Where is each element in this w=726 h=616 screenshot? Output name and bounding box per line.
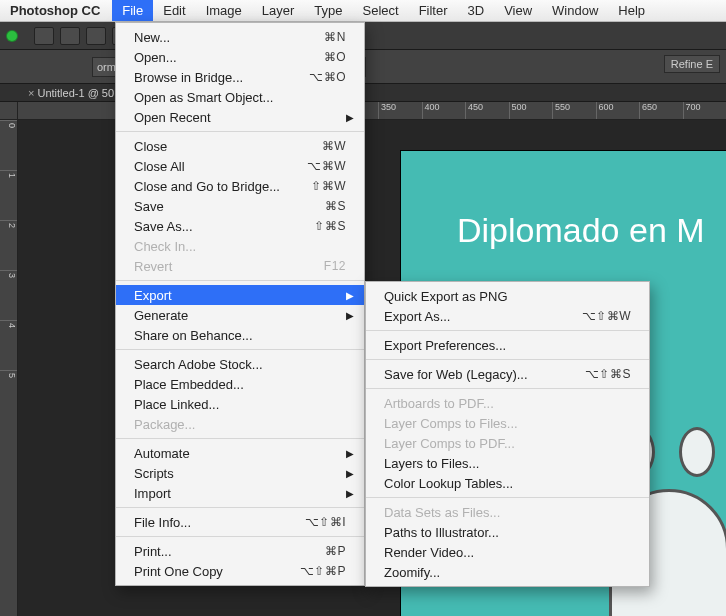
menu-item-label: Automate [134, 446, 346, 461]
file-menu-new[interactable]: New...⌘N [116, 27, 364, 47]
menu-3d[interactable]: 3D [458, 0, 495, 21]
export-menu-layers-to-files[interactable]: Layers to Files... [366, 453, 649, 473]
file-menu-place-linked[interactable]: Place Linked... [116, 394, 364, 414]
export-menu-export-preferences[interactable]: Export Preferences... [366, 335, 649, 355]
export-menu-save-for-web-legacy[interactable]: Save for Web (Legacy)...⌥⇧⌘S [366, 364, 649, 384]
shortcut: ⌥⇧⌘I [305, 515, 346, 529]
menu-layer[interactable]: Layer [252, 0, 305, 21]
ruler-vertical: 012345 [0, 120, 18, 616]
tool-icon[interactable] [60, 27, 80, 45]
system-menubar: Photoshop CC FileEditImageLayerTypeSelec… [0, 0, 726, 22]
shortcut: ⌘N [324, 30, 346, 44]
app-name: Photoshop CC [0, 3, 112, 18]
shortcut: ⌘P [325, 544, 346, 558]
file-menu-place-embedded[interactable]: Place Embedded... [116, 374, 364, 394]
menu-item-label: Generate [134, 308, 346, 323]
file-menu-close-all[interactable]: Close All⌥⌘W [116, 156, 364, 176]
menu-item-label: Export As... [384, 309, 582, 324]
menu-item-label: Save [134, 199, 325, 214]
artwork-headline: Diplomado en M [457, 211, 726, 250]
ruler-corner [0, 102, 18, 120]
menu-item-label: Quick Export as PNG [384, 289, 631, 304]
file-menu-print[interactable]: Print...⌘P [116, 541, 364, 561]
document-tab[interactable]: × Untitled-1 @ 50 [20, 87, 114, 99]
file-menu-check-in: Check In... [116, 236, 364, 256]
menu-item-label: Place Linked... [134, 397, 346, 412]
menu-item-label: Open as Smart Object... [134, 90, 346, 105]
menu-item-label: Zoomify... [384, 565, 631, 580]
menu-item-label: Open Recent [134, 110, 346, 125]
export-menu-render-video[interactable]: Render Video... [366, 542, 649, 562]
file-menu-dropdown[interactable]: New...⌘NOpen...⌘OBrowse in Bridge...⌥⌘OO… [115, 22, 365, 586]
submenu-arrow-icon: ▶ [346, 468, 354, 479]
file-menu-open-recent[interactable]: Open Recent▶ [116, 107, 364, 127]
menu-view[interactable]: View [494, 0, 542, 21]
export-menu-layer-comps-to-pdf: Layer Comps to PDF... [366, 433, 649, 453]
menu-edit[interactable]: Edit [153, 0, 195, 21]
file-menu-revert: RevertF12 [116, 256, 364, 276]
file-menu-close-and-go-to-bridge[interactable]: Close and Go to Bridge...⇧⌘W [116, 176, 364, 196]
submenu-arrow-icon: ▶ [346, 112, 354, 123]
export-menu-zoomify[interactable]: Zoomify... [366, 562, 649, 582]
menu-item-label: Place Embedded... [134, 377, 346, 392]
file-menu-package: Package... [116, 414, 364, 434]
tab-title: Untitled-1 @ 50 [38, 87, 115, 99]
menu-help[interactable]: Help [608, 0, 655, 21]
file-menu-save-as[interactable]: Save As...⇧⌘S [116, 216, 364, 236]
file-menu-print-one-copy[interactable]: Print One Copy⌥⇧⌘P [116, 561, 364, 581]
file-menu-save[interactable]: Save⌘S [116, 196, 364, 216]
menu-item-label: Import [134, 486, 346, 501]
file-menu-close[interactable]: Close⌘W [116, 136, 364, 156]
file-menu-export[interactable]: Export▶ [116, 285, 364, 305]
close-icon[interactable]: × [28, 87, 34, 99]
menu-window[interactable]: Window [542, 0, 608, 21]
menu-item-label: File Info... [134, 515, 305, 530]
export-menu-data-sets-as-files: Data Sets as Files... [366, 502, 649, 522]
submenu-arrow-icon: ▶ [346, 448, 354, 459]
refine-edge-button[interactable]: Refine E [664, 55, 720, 73]
submenu-arrow-icon: ▶ [346, 488, 354, 499]
menu-item-label: Render Video... [384, 545, 631, 560]
file-menu-automate[interactable]: Automate▶ [116, 443, 364, 463]
file-menu-scripts[interactable]: Scripts▶ [116, 463, 364, 483]
export-menu-color-lookup-tables[interactable]: Color Lookup Tables... [366, 473, 649, 493]
shortcut: ⌥⌘W [307, 159, 346, 173]
menu-item-label: Share on Behance... [134, 328, 346, 343]
menu-item-label: Export Preferences... [384, 338, 631, 353]
shortcut: ⌘S [325, 199, 346, 213]
file-menu-file-info[interactable]: File Info...⌥⇧⌘I [116, 512, 364, 532]
file-menu-open[interactable]: Open...⌘O [116, 47, 364, 67]
file-menu-import[interactable]: Import▶ [116, 483, 364, 503]
menu-item-label: Layer Comps to Files... [384, 416, 631, 431]
menu-item-label: Revert [134, 259, 324, 274]
file-menu-generate[interactable]: Generate▶ [116, 305, 364, 325]
export-menu-export-as[interactable]: Export As...⌥⇧⌘W [366, 306, 649, 326]
menu-item-label: Close [134, 139, 322, 154]
file-menu-open-as-smart-object[interactable]: Open as Smart Object... [116, 87, 364, 107]
menu-select[interactable]: Select [352, 0, 408, 21]
menu-item-label: Check In... [134, 239, 346, 254]
tool-icon[interactable] [86, 27, 106, 45]
menu-item-label: Color Lookup Tables... [384, 476, 631, 491]
file-menu-browse-in-bridge[interactable]: Browse in Bridge...⌥⌘O [116, 67, 364, 87]
menu-type[interactable]: Type [304, 0, 352, 21]
menu-item-label: Close and Go to Bridge... [134, 179, 311, 194]
menu-file[interactable]: File [112, 0, 153, 21]
menu-item-label: Package... [134, 417, 346, 432]
shortcut: ⌥⇧⌘W [582, 309, 631, 323]
tool-icon[interactable] [34, 27, 54, 45]
menu-filter[interactable]: Filter [409, 0, 458, 21]
export-submenu[interactable]: Quick Export as PNGExport As...⌥⇧⌘WExpor… [365, 281, 650, 587]
export-menu-paths-to-illustrator[interactable]: Paths to Illustrator... [366, 522, 649, 542]
menu-item-label: Export [134, 288, 346, 303]
window-control[interactable] [6, 30, 18, 42]
menu-item-label: Scripts [134, 466, 346, 481]
menu-item-label: Layer Comps to PDF... [384, 436, 631, 451]
shortcut: F12 [324, 259, 346, 273]
file-menu-search-adobe-stock[interactable]: Search Adobe Stock... [116, 354, 364, 374]
menu-image[interactable]: Image [196, 0, 252, 21]
menu-item-label: Browse in Bridge... [134, 70, 309, 85]
export-menu-quick-export-as-png[interactable]: Quick Export as PNG [366, 286, 649, 306]
file-menu-share-on-behance[interactable]: Share on Behance... [116, 325, 364, 345]
shortcut: ⌥⇧⌘S [585, 367, 631, 381]
